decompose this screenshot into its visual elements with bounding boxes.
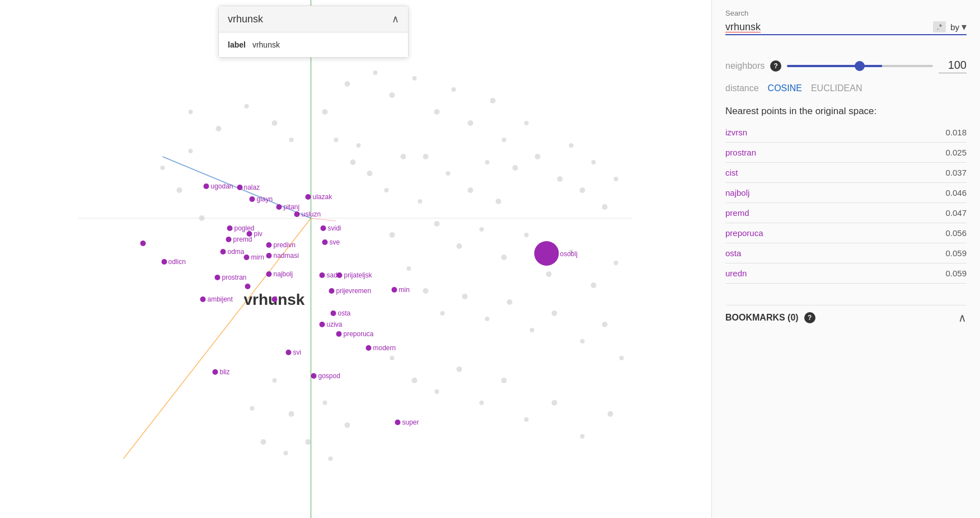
svg-point-74 (580, 434, 585, 439)
svg-point-51 (580, 339, 585, 343)
svg-point-73 (552, 400, 557, 406)
svg-point-41 (614, 261, 618, 265)
svg-text:predivn: predivn (274, 241, 296, 249)
svg-point-87 (237, 185, 243, 190)
nearest-item-label[interactable]: osta (725, 248, 741, 258)
distance-label: distance (725, 83, 759, 93)
svg-point-16 (535, 154, 541, 159)
nearest-item-label[interactable]: uredn (725, 269, 747, 278)
svg-text:nalaz: nalaz (244, 183, 260, 191)
svg-point-111 (244, 255, 250, 260)
nearest-item[interactable]: uredn0.059 (725, 263, 967, 284)
svg-point-57 (272, 120, 278, 126)
svg-point-32 (418, 199, 423, 204)
nearest-item[interactable]: najbolj0.046 (725, 183, 967, 203)
svg-point-139 (286, 350, 292, 355)
euclidean-option[interactable]: EUCLIDEAN (811, 83, 862, 93)
search-input[interactable] (725, 21, 929, 33)
svg-point-83 (306, 439, 311, 445)
svg-point-55 (216, 126, 222, 131)
svg-point-42 (390, 232, 395, 238)
svg-point-105 (321, 225, 326, 231)
svg-point-59 (322, 109, 328, 115)
tooltip-title: vrhunsk (228, 13, 263, 25)
svg-point-46 (462, 294, 468, 299)
nearest-item[interactable]: prostran0.025 (725, 143, 967, 163)
nearest-item-label[interactable]: cist (725, 168, 738, 177)
bookmarks-label: BOOKMARKS (0) (725, 313, 799, 323)
svg-point-76 (323, 401, 327, 405)
svg-text:odlicn: odlicn (168, 258, 186, 266)
svg-point-18 (569, 143, 574, 148)
svg-point-69 (457, 366, 462, 372)
svg-text:modern: modern (373, 344, 396, 352)
nearest-item-value: 0.018 (945, 128, 967, 137)
svg-point-93 (306, 194, 311, 200)
svg-point-10 (452, 87, 456, 92)
by-label: by (950, 22, 959, 32)
svg-point-58 (289, 138, 294, 142)
svg-point-44 (423, 288, 429, 294)
svg-point-72 (524, 417, 529, 422)
nearest-item-label[interactable]: preporuca (725, 228, 763, 238)
svg-point-35 (480, 227, 484, 232)
svg-point-78 (273, 378, 277, 383)
nearest-item[interactable]: premd0.047 (725, 203, 967, 223)
svg-point-52 (602, 322, 608, 327)
neighbors-value[interactable]: 100 (939, 59, 967, 73)
svg-point-89 (250, 196, 255, 202)
neighbors-help-icon[interactable]: ? (770, 60, 781, 72)
bookmarks-chevron-icon[interactable]: ∧ (958, 311, 967, 324)
svg-point-45 (440, 311, 445, 315)
search-label: Search (725, 9, 967, 17)
neighbors-slider[interactable] (787, 65, 933, 67)
nearest-item-label[interactable]: izvrsn (725, 128, 747, 137)
svg-point-53 (620, 356, 624, 360)
svg-point-118 (215, 275, 221, 280)
nearest-item-value: 0.059 (945, 269, 967, 278)
nearest-item[interactable]: osta0.059 (725, 243, 967, 263)
tooltip-chevron-icon[interactable]: ∧ (392, 13, 399, 25)
svg-point-33 (434, 221, 440, 227)
svg-text:svidi: svidi (328, 224, 341, 232)
svg-text:uziva: uziva (327, 321, 343, 328)
nearest-item[interactable]: izvrsn0.018 (725, 123, 967, 143)
svg-text:ulazak: ulazak (313, 193, 333, 201)
svg-text:osta: osta (338, 309, 351, 317)
cosine-option[interactable]: COSINE (768, 83, 802, 93)
nearest-item-label[interactable]: najbolj (725, 188, 749, 197)
nearest-item[interactable]: cist0.037 (725, 163, 967, 183)
svg-point-143 (213, 369, 218, 375)
svg-point-64 (189, 149, 193, 153)
svg-point-103 (266, 242, 272, 248)
regex-button[interactable]: .* (933, 21, 946, 32)
svg-point-15 (524, 121, 529, 125)
svg-point-24 (446, 171, 451, 176)
nearest-item-label[interactable]: prostran (725, 148, 756, 157)
svg-point-5 (345, 81, 350, 87)
nearest-item-value: 0.056 (945, 228, 967, 238)
svg-point-26 (485, 160, 490, 164)
scatter-plot[interactable]: ugodan nalaz glayn pitanj ulazak usluzn … (0, 0, 711, 518)
svg-point-22 (614, 177, 618, 181)
svg-point-85 (204, 183, 209, 189)
by-dropdown[interactable]: by ▾ (950, 21, 967, 33)
bookmarks-help-icon[interactable]: ? (804, 312, 815, 323)
sidebar: Search .* by ▾ neighbors ? 100 distance … (711, 0, 980, 518)
nearest-item-label[interactable]: premd (725, 208, 749, 218)
bookmarks-row[interactable]: BOOKMARKS (0) ? ∧ (725, 305, 967, 324)
svg-point-50 (552, 310, 557, 316)
neighbors-row: neighbors ? 100 (725, 59, 967, 73)
svg-point-70 (480, 401, 484, 405)
tooltip-body: label vrhunsk (219, 32, 408, 57)
svg-point-43 (407, 266, 411, 271)
nearest-list: izvrsn0.018prostran0.025cist0.037najbolj… (725, 123, 967, 284)
svg-point-131 (392, 287, 397, 293)
svg-point-34 (457, 243, 462, 249)
distance-row: distance COSINE EUCLIDEAN (725, 83, 967, 93)
nearest-item[interactable]: preporuca0.056 (725, 223, 967, 243)
tooltip-header: vrhunsk ∧ (219, 6, 408, 32)
svg-point-149 (534, 241, 559, 266)
svg-point-133 (331, 310, 336, 316)
svg-point-9 (434, 109, 440, 115)
